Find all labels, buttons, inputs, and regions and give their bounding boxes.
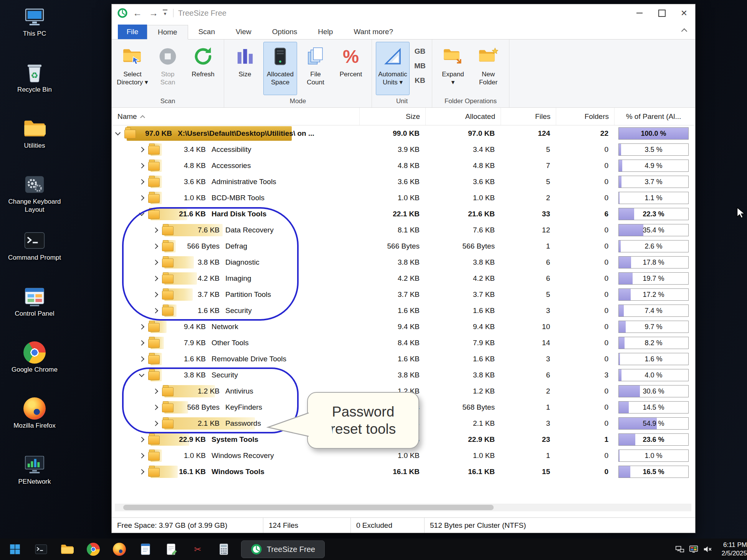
desktop-icon-command-prompt[interactable]: Command Prompt [2,227,67,283]
chevron-down-icon[interactable] [139,210,144,216]
automatic-units-button[interactable]: AutomaticUnits ▾ [376,42,410,95]
tab-file[interactable]: File [118,25,147,39]
chevron-right-icon[interactable] [139,179,144,184]
tray-display-icon[interactable] [689,544,699,554]
chevron-right-icon[interactable] [153,276,158,281]
table-row-partition-tools[interactable]: 3.7 KBPartition Tools3.7 KB3.7 KB5017.2 … [112,287,694,303]
customize-toolbar-icon[interactable] [161,10,169,16]
chevron-right-icon[interactable] [139,340,144,346]
chevron-right-icon[interactable] [153,227,158,233]
collapse-ribbon-icon[interactable] [681,28,688,33]
tab-options[interactable]: Options [262,25,307,39]
column-header-folders[interactable]: Folders [556,108,615,125]
tab-want-more[interactable]: Want more? [343,25,403,39]
desktop-icon-this-pc[interactable]: This PC [2,3,67,59]
table-row-accessibility[interactable]: 3.4 KBAccessibility3.9 KB3.4 KB503.5 % [112,142,694,158]
table-row-accessories[interactable]: 4.8 KBAccessories4.8 KB4.8 KB704.9 % [112,158,694,174]
horizontal-scrollbar[interactable] [115,504,691,511]
chevron-right-icon[interactable] [139,324,144,329]
size-mode-button[interactable]: Size [228,42,262,95]
tab-scan[interactable]: Scan [188,25,225,39]
chevron-right-icon[interactable] [139,469,144,474]
chevron-right-icon[interactable] [139,453,144,458]
desktop-icon-penetwork[interactable]: PENetwork [2,451,67,507]
desktop-icon-control-panel[interactable]: Control Panel [2,283,67,339]
allocated-space-mode-button[interactable]: AllocatedSpace [263,42,297,95]
chevron-right-icon[interactable] [139,195,144,201]
desktop-icon-change-keyboard-layout[interactable]: Change Keyboard Layout [2,171,67,227]
table-row-antivirus[interactable]: 1.2 KBAntivirus1.2 KB1.2 KB2030.6 % [112,383,694,399]
table-row-keyfinders[interactable]: 568 BytesKeyFinders568 Bytes568 Bytes101… [112,399,694,415]
chevron-right-icon[interactable] [139,356,144,362]
table-row-defrag[interactable]: 566 BytesDefrag566 Bytes566 Bytes102.6 % [112,238,694,254]
table-row-security[interactable]: 3.8 KBSecurity3.8 KB3.8 KB634.0 % [112,367,694,383]
table-row-x-users-default-desktop-utilities-on[interactable]: 97.0 KBX:\Users\Default\Desktop\Utilitie… [112,125,694,142]
minimize-button[interactable] [628,4,651,22]
desktop-icon-utilities[interactable]: Utilities [2,115,67,171]
taskbar-notepad[interactable] [136,540,155,558]
table-row-administrative-tools[interactable]: 3.6 KBAdministrative Tools3.6 KB3.6 KB50… [112,174,694,190]
chevron-right-icon[interactable] [153,389,158,394]
close-button[interactable] [673,4,695,22]
chevron-right-icon[interactable] [153,260,158,265]
table-row-data-recovery[interactable]: 7.6 KBData Recovery8.1 KB7.6 KB12035.4 % [112,222,694,238]
table-row-hard-disk-tools[interactable]: 21.6 KBHard Disk Tools22.1 KB21.6 KB3362… [112,206,694,222]
table-row-system-tools[interactable]: 22.9 KBSystem Tools22.9 KB22.9 KB23123.6… [112,432,694,448]
stop-scan-button[interactable]: StopScan [151,42,185,95]
desktop-icon-mozilla-firefox[interactable]: Mozilla Firefox [2,395,67,451]
column-header-of-parent-al[interactable]: % of Parent (Al... [615,108,692,125]
taskbar-app-treesize[interactable]: TreeSize Free [241,540,325,558]
chevron-down-icon[interactable] [139,371,144,377]
table-row-windows-recovery[interactable]: 1.0 KBWindows Recovery1.0 KB1.0 KB101.0 … [112,448,694,464]
table-row-removable-drive-tools[interactable]: 1.6 KBRemovable Drive Tools1.6 KB1.6 KB3… [112,351,694,367]
taskbar-calculator[interactable] [214,540,233,558]
scrollbar-thumb[interactable] [123,505,494,510]
column-header-name[interactable]: Name [112,108,360,125]
unit-gb-button[interactable]: GB [411,44,429,59]
table-row-imaging[interactable]: 4.2 KBImaging4.2 KB4.2 KB6019.7 % [112,270,694,287]
tray-network-icon[interactable] [675,544,685,554]
select-directory-button[interactable]: SelectDirectory ▾ [116,42,149,95]
desktop-icon-recycle-bin[interactable]: ♻Recycle Bin [2,59,67,115]
table-row-passwords[interactable]: 2.1 KBPasswords2.1 KB2.1 KB3054.9 % [112,415,694,432]
chevron-right-icon[interactable] [153,405,158,410]
column-header-files[interactable]: Files [501,108,556,125]
tab-view[interactable]: View [225,25,262,39]
forward-icon[interactable] [147,7,160,20]
taskbar-file-explorer[interactable] [58,540,77,558]
percent-mode-button[interactable]: %Percent [334,42,368,95]
chevron-right-icon[interactable] [139,147,144,152]
tab-help[interactable]: Help [307,25,343,39]
chevron-down-icon[interactable] [115,130,121,135]
table-row-security[interactable]: 1.6 KBSecurity1.6 KB1.6 KB307.4 % [112,303,694,319]
refresh-button[interactable]: Refresh [186,42,220,95]
maximize-button[interactable] [651,4,673,22]
tray-volume-icon[interactable] [702,544,712,554]
table-row-diagnostic[interactable]: 3.8 KBDiagnostic3.8 KB3.8 KB6017.8 % [112,254,694,270]
chevron-right-icon[interactable] [153,292,158,297]
taskbar-start-button[interactable] [5,540,25,558]
back-icon[interactable] [131,7,144,20]
new-folder-button[interactable]: NewFolder [471,42,505,95]
chevron-right-icon[interactable] [153,244,158,249]
taskbar-chrome[interactable] [84,540,103,558]
taskbar-command-prompt[interactable] [31,540,51,558]
table-row-other-tools[interactable]: 7.9 KBOther Tools8.4 KB7.9 KB1408.2 % [112,335,694,351]
expand-button[interactable]: Expand ▾ [436,42,470,95]
table-row-bcd-mbr-tools[interactable]: 1.0 KBBCD-MBR Tools1.0 KB1.0 KB201.1 % [112,190,694,206]
chevron-right-icon[interactable] [153,308,158,313]
chevron-right-icon[interactable] [153,421,158,426]
table-row-windows-tools[interactable]: 16.1 KBWindows Tools16.1 KB16.1 KB15016.… [112,464,694,480]
table-row-network[interactable]: 9.4 KBNetwork9.4 KB9.4 KB1009.7 % [112,319,694,335]
column-header-size[interactable]: Size [360,108,426,125]
file-count-mode-button[interactable]: FileCount [299,42,332,95]
unit-kb-button[interactable]: KB [411,73,429,88]
taskbar-snipping-tool[interactable]: ✂ [188,540,207,558]
taskbar-text-editor[interactable] [162,540,181,558]
chevron-right-icon[interactable] [139,163,144,168]
tab-home[interactable]: Home [147,25,188,40]
taskbar-clock[interactable]: 6:11 PM 2/5/2025 [722,541,747,558]
unit-mb-button[interactable]: MB [411,59,429,73]
desktop-icon-google-chrome[interactable]: Google Chrome [2,339,67,395]
chevron-right-icon[interactable] [139,437,144,442]
